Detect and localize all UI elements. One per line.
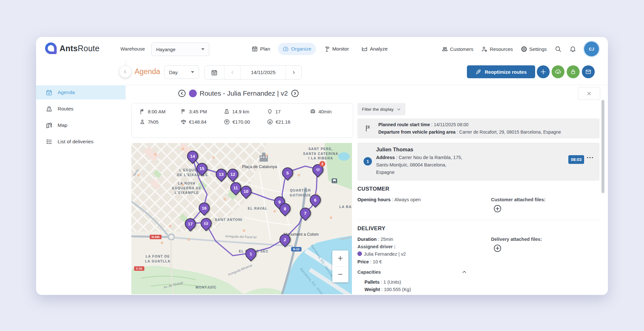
calendar-check-icon: [46, 89, 52, 96]
warehouse-select[interactable]: Hayange: [151, 43, 209, 56]
poi-dot: [330, 217, 332, 219]
pin-icon: [267, 109, 273, 114]
app-window: AntsRoute Warehouse Hayange Plan Organiz…: [36, 37, 608, 295]
sidebar-item-deliveries[interactable]: List of deliveries: [36, 135, 126, 149]
gear-icon: [521, 46, 527, 52]
checkered-flag-icon: [181, 109, 186, 114]
cloud-download-icon: [554, 68, 562, 75]
antsroute-logo-icon: [45, 43, 57, 54]
stop-card[interactable]: 1 Julien Thomas Address : Carrer Nou de …: [357, 143, 600, 181]
poi-dot: [188, 239, 190, 241]
delivery-section-heading: DELIVERY: [357, 225, 385, 232]
tab-organize[interactable]: Organize: [278, 43, 316, 55]
collapse-sidebar-button[interactable]: [119, 66, 131, 78]
route-color-dot: [189, 90, 197, 97]
top-navbar: AntsRoute Warehouse Hayange Plan Organiz…: [36, 37, 608, 61]
stop-time-badge: 08:03: [568, 155, 584, 164]
map-zoom-control: + −: [332, 251, 348, 282]
stat-revenue: €170.00: [224, 119, 250, 125]
customers-link[interactable]: Customers: [441, 46, 474, 52]
arrow-down-circle-icon: [267, 119, 273, 125]
poi-dot: [161, 242, 163, 244]
add-customer-file-button[interactable]: [493, 204, 502, 213]
period-select[interactable]: Day: [164, 65, 199, 79]
departure-line: Departure from vehicle parking area : Ca…: [378, 129, 561, 135]
stop-menu-button[interactable]: ...: [587, 152, 594, 160]
filter-display-button[interactable]: Filter the display: [357, 103, 405, 115]
sidebar-item-map[interactable]: Map: [36, 118, 126, 132]
resources-link[interactable]: Resources: [481, 46, 513, 52]
close-route-panel-button[interactable]: [578, 87, 600, 100]
chevron-down-icon: [201, 48, 204, 50]
delivery-files-label: Delivery attached files:: [491, 237, 542, 242]
date-navigator: 14/11/2025: [204, 65, 302, 80]
previous-day-button[interactable]: [224, 66, 241, 79]
flag-icon: [139, 109, 145, 114]
planned-route-box: Planned route start time : 14/11/2025 08…: [357, 118, 600, 138]
tab-monitor[interactable]: Monitor: [319, 43, 354, 55]
customer-section-heading: CUSTOMER: [357, 186, 389, 192]
arrow-up-circle-icon: [224, 119, 230, 125]
route-header: Routes - Julia Fernandez | v2: [178, 87, 299, 100]
chevron-left-icon: [230, 70, 235, 75]
speedometer-icon: [282, 46, 289, 52]
next-day-button[interactable]: [286, 66, 301, 79]
previous-route-button[interactable]: [178, 89, 186, 98]
road-icon: [224, 109, 230, 114]
stop-address-line1: Address : Carrer Nou de la Rambla, 175,: [376, 155, 462, 160]
user-avatar[interactable]: CJ: [584, 42, 599, 56]
sidebar-item-agenda[interactable]: Agenda: [36, 85, 126, 99]
brand-logo[interactable]: AntsRoute: [45, 43, 99, 54]
road-icon: [46, 106, 52, 112]
checklist-icon: [46, 138, 52, 145]
chevron-down-icon: [397, 107, 401, 111]
section-divider: [357, 220, 600, 220]
bell-icon: [569, 45, 576, 52]
planned-start-line: Planned route start time : 14/11/2025 08…: [378, 122, 469, 127]
brand-name: AntsRoute: [60, 44, 99, 53]
next-route-button[interactable]: [291, 89, 299, 98]
vehicle-icon: [204, 221, 209, 226]
person-icon: [139, 119, 145, 125]
road-shield: B-10: [291, 247, 301, 251]
assigned-driver-value: Julia Fernandez | v2: [357, 251, 406, 257]
search-icon: [554, 45, 562, 52]
stat-driving-time: 40min: [310, 109, 332, 115]
cluster-count-badge: 2: [319, 161, 325, 167]
rocket-icon: [475, 69, 481, 75]
add-button[interactable]: [537, 65, 550, 78]
email-button[interactable]: [582, 65, 595, 78]
tab-analyze[interactable]: Analyze: [357, 43, 392, 55]
calendar-icon: [251, 46, 258, 52]
search-button[interactable]: [554, 45, 562, 52]
lock-button[interactable]: [567, 65, 580, 78]
zoom-in-button[interactable]: +: [332, 251, 348, 266]
poi-dot: [298, 174, 300, 176]
price-line: Price : 10 €: [357, 259, 382, 264]
sidebar-item-routes[interactable]: Routes: [36, 102, 126, 116]
duration-line: Duration : 25min: [357, 237, 393, 242]
stop-address-line3: Espagne: [376, 170, 394, 175]
calendar-icon: [211, 69, 218, 76]
poi-dot: [266, 154, 268, 156]
stop-number-badge: 1: [364, 157, 372, 166]
zoom-out-button[interactable]: −: [332, 267, 348, 282]
page-title: Agenda: [135, 67, 160, 76]
settings-link[interactable]: Settings: [521, 46, 547, 52]
notifications-button[interactable]: [569, 45, 576, 52]
stat-distance: 14.9 km: [224, 109, 249, 114]
chevron-left-icon: [123, 69, 128, 74]
reoptimize-routes-button[interactable]: Reoptimize routes: [467, 65, 535, 78]
calendar-picker-button[interactable]: [205, 66, 224, 79]
customer-files-label: Customer attached files:: [491, 197, 545, 202]
tab-plan[interactable]: Plan: [247, 43, 275, 55]
assigned-driver-label: Assigned driver :: [357, 244, 395, 249]
details-scrollbar[interactable]: [601, 100, 604, 193]
current-date[interactable]: 14/11/2025: [241, 66, 286, 79]
add-delivery-file-button[interactable]: [493, 244, 502, 252]
poi-dot: [169, 225, 171, 227]
map-canvas[interactable]: 2 + − L'ESQUERRA DE L'EIXAMPLELA NOVA ES…: [131, 143, 352, 294]
capacities-collapse-button[interactable]: [462, 270, 467, 275]
cloud-download-button[interactable]: [552, 65, 564, 78]
route-stats-card: 8:00 AM 3:45 PM 14.9 km 17 40min 7h05 €1…: [131, 103, 353, 138]
